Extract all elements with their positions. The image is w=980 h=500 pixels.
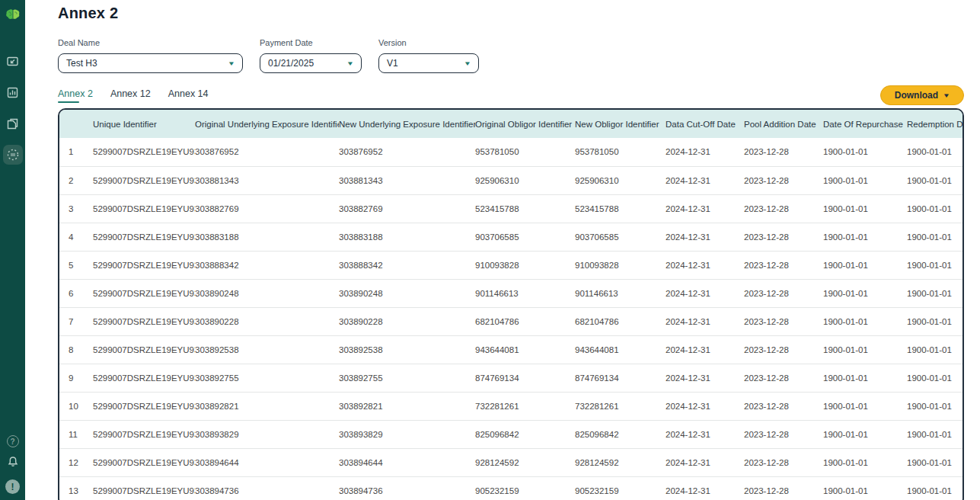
table-row: 35299007DSRZLE19EYU933038827693038827695…	[59, 194, 964, 223]
sidebar-item-documents[interactable]	[3, 114, 23, 133]
sidebar-item-export[interactable]	[3, 51, 23, 71]
annex-tabs: Annex 2Annex 12Annex 14	[58, 88, 209, 103]
cell: 2024-12-31	[666, 307, 744, 335]
cell: 5299007DSRZLE19EYU93	[93, 279, 195, 307]
cell: 1900-01-01	[823, 223, 907, 251]
cell: 901146613	[475, 279, 575, 307]
deal-name-value: Test H3	[66, 58, 97, 69]
cell: 1900-01-01	[907, 166, 964, 194]
table-row: 25299007DSRZLE19EYU933038813433038813439…	[59, 166, 964, 194]
tab-annex-2[interactable]: Annex 2	[58, 88, 93, 103]
sidebar-nav	[3, 51, 23, 165]
sidebar-item-analytics[interactable]	[3, 82, 23, 102]
tabs-row: Annex 2Annex 12Annex 14 Download ▼	[58, 85, 964, 105]
download-label: Download	[895, 90, 938, 101]
cell: 910093828	[575, 251, 666, 279]
cell: 1900-01-01	[907, 194, 964, 223]
payment-date-select[interactable]: 01/21/2025 ▼	[260, 53, 362, 73]
cell: 2023-12-28	[744, 138, 823, 166]
row-number: 7	[59, 307, 93, 335]
filters-row: Deal Name Test H3 ▼ Payment Date 01/21/2…	[58, 38, 964, 73]
cell: 2023-12-28	[744, 194, 823, 223]
sidebar: ? !	[0, 0, 25, 500]
row-number: 9	[59, 364, 93, 392]
cell: 303894736	[339, 476, 475, 500]
version-label: Version	[378, 38, 479, 47]
alert-icon[interactable]: !	[5, 479, 20, 494]
table-row: 85299007DSRZLE19EYU933038925383038925389…	[59, 335, 964, 364]
payment-date-filter: Payment Date 01/21/2025 ▼	[260, 38, 362, 73]
version-select[interactable]: V1 ▼	[378, 53, 479, 73]
deal-name-filter: Deal Name Test H3 ▼	[58, 38, 243, 73]
cell: 2023-12-28	[744, 448, 823, 476]
cell: 1900-01-01	[907, 364, 964, 392]
table-row: 15299007DSRZLE19EYU933038769523038769529…	[59, 138, 964, 166]
cell: 925906310	[575, 166, 666, 194]
cell: 5299007DSRZLE19EYU93	[93, 307, 195, 335]
cell: 303893829	[339, 420, 475, 448]
column-header: Date Of Repurchase	[823, 110, 907, 138]
bell-icon[interactable]	[7, 456, 19, 471]
cell: 2023-12-28	[744, 223, 823, 251]
chevron-down-icon: ▼	[464, 60, 471, 67]
cell: 1900-01-01	[823, 251, 907, 279]
copy-documents-icon	[6, 117, 19, 130]
row-number: 3	[59, 194, 93, 223]
cell: 303890228	[195, 307, 339, 335]
cell: 1900-01-01	[907, 251, 964, 279]
cell: 953781050	[575, 138, 666, 166]
cell: 303890248	[339, 279, 475, 307]
column-header: Pool Addition Date	[744, 110, 823, 138]
column-header: New Underlying Exposure Identifier	[339, 110, 475, 138]
cell: 1900-01-01	[823, 392, 907, 420]
table-row: 115299007DSRZLE19EYU93303893829303893829…	[59, 420, 964, 448]
cell: 303890228	[339, 307, 475, 335]
cell: 303892538	[195, 335, 339, 364]
cell: 5299007DSRZLE19EYU93	[93, 223, 195, 251]
help-icon[interactable]: ?	[7, 435, 19, 447]
row-number: 10	[59, 392, 93, 420]
deal-name-select[interactable]: Test H3 ▼	[58, 53, 243, 73]
cell: 928124592	[475, 448, 575, 476]
row-number: 12	[59, 448, 93, 476]
cell: 303892821	[195, 392, 339, 420]
cell: 2023-12-28	[744, 307, 823, 335]
row-number: 2	[59, 166, 93, 194]
cell: 303883188	[195, 223, 339, 251]
cell: 682104786	[475, 307, 575, 335]
cell: 2024-12-31	[666, 223, 744, 251]
chevron-down-icon: ▼	[228, 60, 235, 67]
table-header: Unique IdentifierOriginal Underlying Exp…	[59, 110, 964, 138]
sidebar-item-annex-active[interactable]	[3, 145, 23, 165]
tab-annex-12[interactable]: Annex 12	[110, 88, 151, 103]
table-row: 55299007DSRZLE19EYU933038883423038883429…	[59, 251, 964, 279]
table-row: 125299007DSRZLE19EYU93303894644303894644…	[59, 448, 964, 476]
cell: 2024-12-31	[666, 279, 744, 307]
cell: 1900-01-01	[823, 307, 907, 335]
cell: 303882769	[339, 194, 475, 223]
payment-date-label: Payment Date	[260, 38, 362, 47]
cell: 5299007DSRZLE19EYU93	[93, 166, 195, 194]
cell: 2024-12-31	[666, 166, 744, 194]
cell: 2023-12-28	[744, 166, 823, 194]
column-header: New Obligor Identifier	[575, 110, 666, 138]
cell: 903706585	[575, 223, 666, 251]
column-header: Unique Identifier	[93, 110, 195, 138]
cell: 303892755	[195, 364, 339, 392]
cell: 523415788	[575, 194, 666, 223]
download-button[interactable]: Download ▼	[880, 85, 964, 105]
cell: 1900-01-01	[907, 448, 964, 476]
cell: 2024-12-31	[666, 194, 744, 223]
cell: 905232159	[575, 476, 666, 500]
cell: 2023-12-28	[744, 420, 823, 448]
cell: 1900-01-01	[907, 392, 964, 420]
cell: 2024-12-31	[666, 392, 744, 420]
cell: 303894736	[195, 476, 339, 500]
cell: 682104786	[575, 307, 666, 335]
cell: 2023-12-28	[744, 392, 823, 420]
brain-logo-icon[interactable]	[4, 5, 22, 24]
tab-annex-14[interactable]: Annex 14	[168, 88, 209, 103]
table-row: 105299007DSRZLE19EYU93303892821303892821…	[59, 392, 964, 420]
cell: 303888342	[195, 251, 339, 279]
cell: 5299007DSRZLE19EYU93	[93, 364, 195, 392]
